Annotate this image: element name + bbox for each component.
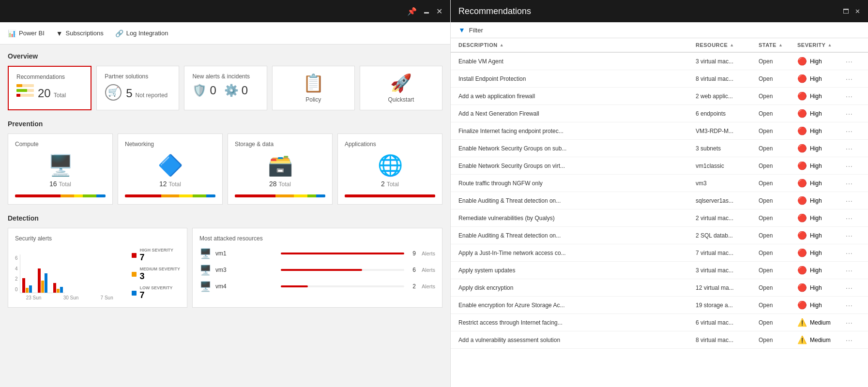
attacked-list: 🖥️ vm1 9 Alerts 🖥️ vm3 [199, 248, 435, 292]
severity-label: High [810, 58, 822, 65]
recommendations-checklist-icon [16, 84, 34, 102]
table-row[interactable]: Enable encryption for Azure Storage Ac..… [451, 297, 868, 314]
row-more-button[interactable]: ··· [846, 214, 860, 222]
row-more-button[interactable]: ··· [846, 232, 860, 239]
cell-state: Open [759, 319, 797, 326]
cell-resource: 3 virtual mac... [696, 267, 759, 274]
compute-bar-green [83, 194, 96, 197]
cell-severity: 🔴 High [797, 300, 846, 310]
row-more-button[interactable]: ··· [846, 75, 860, 83]
col-description[interactable]: DESCRIPTION ▲ [458, 42, 696, 48]
pin-icon[interactable]: 📌 [407, 7, 417, 16]
table-row[interactable]: Enable VM Agent 3 virtual mac... Open 🔴 … [451, 53, 868, 70]
right-close-icon[interactable]: ✕ [855, 8, 860, 15]
applications-body: 🌐 2 Total [345, 153, 435, 197]
table-row[interactable]: Apply system updates 3 virtual mac... Op… [451, 262, 868, 279]
table-row[interactable]: Enable Auditing & Threat detection on...… [451, 192, 868, 209]
partner-solutions-card[interactable]: Partner solutions 🛒 5 Not reported [96, 66, 179, 110]
storage-bar-orange [275, 194, 293, 197]
severity-label: High [810, 75, 822, 82]
cell-state: Open [759, 232, 797, 239]
minimize-icon[interactable]: 🗕 [423, 7, 430, 15]
severity-badge-medium: ⚠️ [797, 335, 807, 344]
quickstart-card[interactable]: 🚀 Quickstart [360, 66, 442, 110]
close-icon[interactable]: ✕ [436, 7, 442, 16]
power-bi-button[interactable]: 📊 Power BI [8, 30, 45, 37]
right-restore-icon[interactable]: 🗖 [843, 8, 849, 15]
right-panel-title: Recommendations [458, 6, 531, 16]
storage-card[interactable]: Storage & data 🗃️ 28 Total [228, 134, 333, 205]
storage-progress [235, 194, 325, 197]
attacked-item-vm3[interactable]: 🖥️ vm3 6 Alerts [199, 264, 435, 276]
table-row[interactable]: Add a web application firewall 2 web app… [451, 88, 868, 105]
compute-card[interactable]: Compute 🖥️ 16 Total [8, 134, 113, 205]
row-more-button[interactable]: ··· [846, 110, 860, 118]
attacked-item-vm1[interactable]: 🖥️ vm1 9 Alerts [199, 248, 435, 259]
bar-group-30sun [38, 268, 47, 293]
app-bar-red [345, 194, 435, 197]
cell-severity: 🔴 High [797, 283, 846, 292]
cell-resource: sqlserver1as... [696, 197, 759, 204]
table-row[interactable]: Restrict access through Internet facing.… [451, 314, 868, 331]
compute-count: 16 Total [49, 180, 71, 188]
row-more-button[interactable]: ··· [846, 249, 860, 257]
cell-description: Apply disk encryption [458, 284, 696, 291]
table-row[interactable]: Remediate vulnerabilities (by Qualys) 2 … [451, 209, 868, 227]
row-more-button[interactable]: ··· [846, 179, 860, 187]
table-row[interactable]: Apply a Just-In-Time network access co..… [451, 244, 868, 262]
severity-badge-high: 🔴 [797, 248, 807, 257]
row-more-button[interactable]: ··· [846, 127, 860, 135]
severity-label: High [810, 197, 822, 204]
vm1-icon: 🖥️ [199, 248, 212, 259]
bar-30sun-orange [41, 281, 44, 293]
table-row[interactable]: Apply disk encryption 12 virtual ma... O… [451, 279, 868, 297]
new-alerts-card[interactable]: New alerts & incidents 🛡️ 0 ⚙️ 0 [184, 66, 267, 110]
row-more-button[interactable]: ··· [846, 197, 860, 205]
row-more-button[interactable]: ··· [846, 284, 860, 292]
cell-resource: VM3-RDP-M... [696, 128, 759, 134]
cell-severity: 🔴 High [797, 248, 846, 257]
table-row[interactable]: Add a vulnerability assessment solution … [451, 331, 868, 349]
compute-bar-red [15, 194, 61, 197]
networking-card[interactable]: Networking 🔷 12 Total [118, 134, 223, 205]
svg-rect-5 [16, 94, 20, 97]
recommendations-panel: Recommendations 🗖 ✕ ▼ Filter DESCRIPTION… [450, 0, 868, 387]
row-more-button[interactable]: ··· [846, 145, 860, 152]
row-more-button[interactable]: ··· [846, 301, 860, 309]
severity-label: High [810, 284, 822, 291]
security-alerts-card[interactable]: Security alerts 6 4 2 0 [8, 228, 187, 308]
applications-card[interactable]: Applications 🌐 2 Total [337, 134, 442, 205]
policy-card[interactable]: 📋 Policy [272, 66, 355, 110]
table-row[interactable]: Install Endpoint Protection 8 virtual ma… [451, 70, 868, 88]
recommendations-card[interactable]: Recommendations [8, 66, 91, 110]
row-more-button[interactable]: ··· [846, 92, 860, 100]
subscriptions-button[interactable]: ▼ Subscriptions [56, 30, 104, 37]
severity-badge-high: 🔴 [797, 213, 807, 223]
row-more-button[interactable]: ··· [846, 267, 860, 274]
attacked-item-vm4[interactable]: 🖥️ vm4 2 Alerts [199, 281, 435, 292]
table-row[interactable]: Enable Network Security Groups on virt..… [451, 157, 868, 175]
row-more-button[interactable]: ··· [846, 319, 860, 327]
severity-label: High [810, 145, 822, 152]
table-row[interactable]: Finalize Internet facing endpoint protec… [451, 122, 868, 140]
cell-state: Open [759, 197, 797, 204]
cell-state: Open [759, 284, 797, 291]
row-more-button[interactable]: ··· [846, 162, 860, 170]
row-more-button[interactable]: ··· [846, 58, 860, 65]
overview-title: Overview [8, 52, 442, 60]
cell-state: Open [759, 145, 797, 152]
table-row[interactable]: Route traffic through NGFW only vm3 Open… [451, 175, 868, 192]
vm1-alerts-label: Alerts [422, 251, 435, 256]
cell-description: Add a web application firewall [458, 93, 696, 100]
table-row[interactable]: Enable Network Security Groups on sub...… [451, 140, 868, 157]
row-more-button[interactable]: ··· [846, 336, 860, 344]
col-resource[interactable]: RESOURCE ▲ [696, 42, 759, 48]
col-state[interactable]: STATE ▲ [759, 42, 797, 48]
table-row[interactable]: Enable Auditing & Threat detection on...… [451, 227, 868, 244]
most-attacked-card[interactable]: Most attacked resources 🖥️ vm1 9 Alerts … [192, 228, 442, 308]
col-severity[interactable]: SEVERITY ▲ [797, 42, 846, 48]
table-row[interactable]: Add a Next Generation Firewall 6 endpoin… [451, 105, 868, 122]
log-integration-button[interactable]: 🔗 Log Integration [115, 30, 168, 37]
topbar-icons: 📌 🗕 ✕ [407, 7, 442, 16]
cell-severity: 🔴 High [797, 91, 846, 101]
